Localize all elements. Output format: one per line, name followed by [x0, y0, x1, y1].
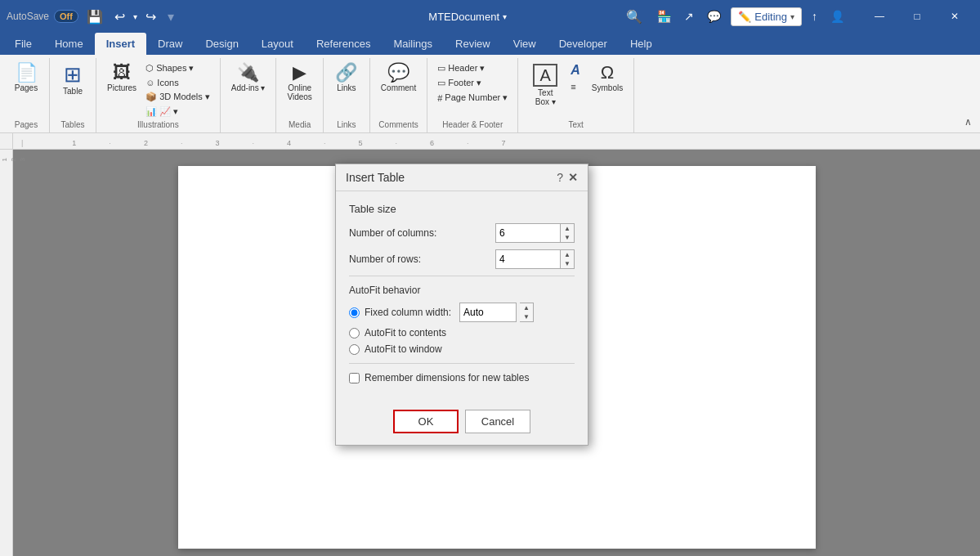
undo-icon[interactable]: ↩ — [111, 7, 128, 26]
chart-label: 📈 ▾ — [159, 106, 178, 117]
symbols-button[interactable]: Ω Symbols — [588, 61, 627, 95]
tab-design[interactable]: Design — [194, 33, 249, 55]
doc-name-dropdown[interactable]: ▾ — [503, 12, 507, 21]
dialog-help-button[interactable]: ? — [557, 171, 563, 184]
rows-row: Number of rows: ▲ ▼ — [349, 249, 575, 269]
tab-file[interactable]: File — [3, 33, 43, 55]
autosave-state: Off — [60, 11, 73, 21]
footer-button[interactable]: ▭ Footer ▾ — [434, 76, 511, 90]
editing-label: Editing — [754, 11, 787, 23]
wordart-button[interactable]: A — [567, 61, 586, 79]
autofit-window-radio[interactable] — [349, 344, 360, 355]
ribbon-group-comments: 💬 Comment Comments — [370, 58, 427, 132]
fixed-radio[interactable] — [349, 307, 360, 318]
fixed-value-input[interactable] — [459, 303, 517, 322]
online-videos-icon: ▶ — [293, 64, 307, 82]
editing-dropdown[interactable]: ▾ — [790, 12, 794, 21]
collapse-button[interactable]: ∧ — [960, 114, 977, 129]
pages-icon: 📄 — [16, 64, 38, 82]
addins-button[interactable]: 🔌 Add-ins ▾ — [227, 61, 270, 95]
close-button[interactable]: ✕ — [936, 0, 973, 33]
remember-row: Remember dimensions for new tables — [349, 372, 575, 383]
undo-dropdown-icon[interactable]: ▾ — [133, 12, 137, 21]
tab-insert[interactable]: Insert — [95, 33, 146, 55]
fixed-spin-up[interactable]: ▲ — [520, 303, 533, 312]
dialog-close-button[interactable]: ✕ — [568, 171, 578, 184]
ribbon-group-items-media: ▶ OnlineVideos — [283, 60, 315, 119]
title-bar-right: 🔍 🏪 ↗ 💬 ✏️ Editing ▾ ↑ 👤 — □ ✕ — [621, 0, 973, 33]
store-icon[interactable]: 🏪 — [654, 8, 674, 25]
page-number-button[interactable]: # Page Number ▾ — [434, 91, 511, 105]
editing-badge[interactable]: ✏️ Editing ▾ — [731, 7, 802, 26]
minimize-button[interactable]: — — [861, 0, 898, 33]
comment-label: Comment — [381, 83, 416, 92]
header-button[interactable]: ▭ Header ▾ — [434, 61, 511, 75]
ribbon-group-header-footer: ▭ Header ▾ ▭ Footer ▾ # Page Number ▾ He… — [427, 58, 518, 132]
pictures-button[interactable]: 🖼 Pictures — [103, 61, 141, 95]
columns-spin-up[interactable]: ▲ — [561, 224, 574, 233]
tab-help[interactable]: Help — [619, 33, 664, 55]
autosave-label: AutoSave — [7, 11, 49, 22]
document-name: MTEDocument — [428, 11, 499, 23]
share-btn[interactable]: ↑ — [808, 8, 821, 25]
share-icon[interactable]: ↗ — [681, 8, 697, 25]
account-icon[interactable]: 👤 — [827, 8, 848, 25]
autosave-toggle[interactable]: Off — [54, 10, 78, 23]
rows-input[interactable] — [495, 249, 561, 269]
fixed-spin-down[interactable]: ▼ — [520, 312, 533, 321]
3d-label: 3D Models ▾ — [159, 92, 210, 102]
maximize-button[interactable]: □ — [898, 0, 936, 33]
tab-view[interactable]: View — [502, 33, 548, 55]
tab-references[interactable]: References — [305, 33, 382, 55]
pages-group-label: Pages — [15, 120, 38, 131]
addins-icon: 🔌 — [237, 64, 259, 82]
save-icon[interactable]: 💾 — [83, 7, 106, 26]
ribbon-group-items-pages: 📄 Pages — [10, 60, 43, 119]
3d-models-button[interactable]: 📦 3D Models ▾ — [142, 90, 213, 104]
wordart-icon: A — [571, 63, 580, 78]
icons-label: Icons — [157, 78, 178, 87]
cancel-button[interactable]: Cancel — [465, 410, 530, 433]
shapes-label: Shapes ▾ — [156, 63, 194, 74]
dropcap-button[interactable]: ≡ — [567, 80, 586, 93]
text-group-label: Text — [569, 120, 584, 131]
title-bar-center: MTEDocument ▾ — [314, 11, 621, 23]
redo-icon[interactable]: ↪ — [142, 7, 159, 26]
shapes-button[interactable]: ⬡ Shapes ▾ — [142, 61, 213, 75]
online-videos-button[interactable]: ▶ OnlineVideos — [283, 61, 315, 104]
tab-home[interactable]: Home — [43, 33, 95, 55]
links-button[interactable]: 🔗 Links — [330, 61, 363, 95]
symbols-label: Symbols — [592, 83, 623, 92]
tab-review[interactable]: Review — [444, 33, 502, 55]
pages-button[interactable]: 📄 Pages — [10, 61, 43, 95]
collab-icon[interactable]: 💬 — [704, 8, 724, 25]
rows-input-wrap: ▲ ▼ — [495, 249, 575, 269]
ribbon-group-text: A TextBox ▾ A ≡ Ω Symbols Text — [518, 58, 634, 132]
icons-button[interactable]: ☺ Icons — [142, 76, 213, 89]
table-button[interactable]: ⊞ Table — [56, 61, 89, 98]
table-label: Table — [63, 87, 83, 96]
columns-input[interactable] — [495, 223, 561, 243]
tab-developer[interactable]: Developer — [548, 33, 619, 55]
textbox-button[interactable]: A TextBox ▾ — [525, 61, 566, 109]
chart-button[interactable]: 📊 📈 ▾ — [142, 105, 213, 119]
table-size-label: Table size — [349, 203, 575, 215]
rows-spin-btns: ▲ ▼ — [561, 249, 575, 269]
pictures-label: Pictures — [107, 83, 136, 92]
customize-qat[interactable]: ▾ — [164, 7, 177, 26]
remember-checkbox[interactable] — [349, 373, 360, 383]
search-icon[interactable]: 🔍 — [621, 7, 647, 26]
title-bar: AutoSave Off 💾 ↩ ▾ ↪ ▾ MTEDocument ▾ 🔍 🏪… — [0, 0, 980, 33]
links-icon: 🔗 — [335, 64, 357, 82]
ok-button[interactable]: OK — [393, 410, 459, 433]
rows-spin-up[interactable]: ▲ — [561, 250, 574, 259]
tab-layout[interactable]: Layout — [250, 33, 305, 55]
autofit-contents-radio[interactable] — [349, 328, 360, 339]
ruler-marks: | 1 · 2 · 3 · 4 · 5 · 6 · 7 — [13, 133, 980, 149]
columns-spin-down[interactable]: ▼ — [561, 233, 574, 242]
rows-spin-down[interactable]: ▼ — [561, 259, 574, 268]
tab-draw[interactable]: Draw — [146, 33, 194, 55]
tab-mailings[interactable]: Mailings — [382, 33, 444, 55]
dialog-footer: OK Cancel — [336, 403, 588, 445]
comment-button[interactable]: 💬 Comment — [377, 61, 420, 95]
